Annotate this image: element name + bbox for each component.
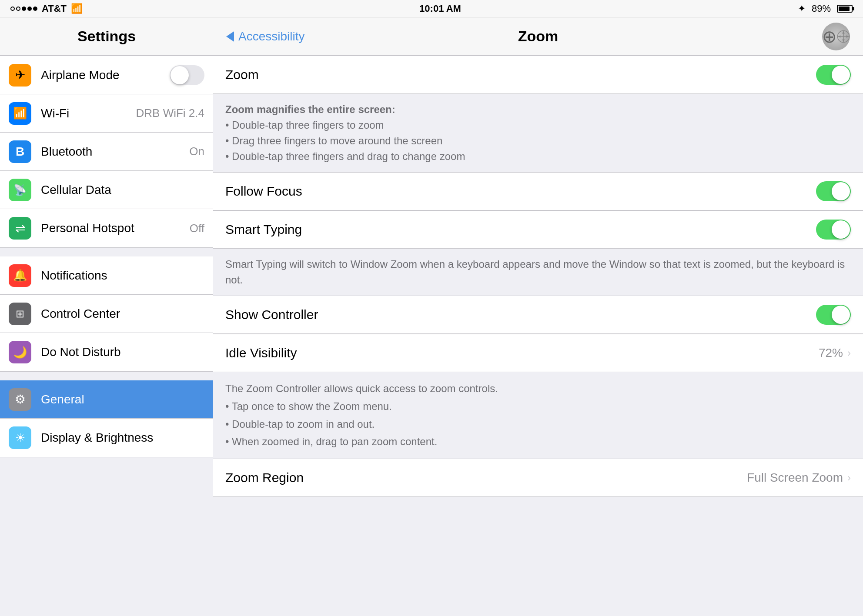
settings-item-donotdisturb[interactable]: 🌙 Do Not Disturb — [0, 333, 213, 371]
show-controller-toggle[interactable] — [816, 305, 851, 325]
settings-item-wifi[interactable]: 📶 Wi-Fi DRB WiFi 2.4 — [0, 94, 213, 133]
cellular-icon: 📡 — [9, 179, 31, 201]
smart-typing-label: Smart Typing — [225, 222, 816, 237]
status-time: 10:01 AM — [419, 3, 461, 14]
zoom-controller-icon — [822, 23, 850, 50]
smart-typing-row[interactable]: Smart Typing — [213, 210, 863, 249]
right-header: Accessibility Zoom — [213, 17, 863, 56]
zoom-region-chevron: › — [847, 472, 851, 484]
zoom-section: Zoom Zoom magnifies the entire screen: •… — [213, 56, 863, 172]
settings-group-device: ⚙ General ☀ Display & Brightness — [0, 380, 213, 457]
smart-typing-description: Smart Typing will switch to Window Zoom … — [213, 249, 863, 296]
cellular-label: Cellular Data — [41, 183, 204, 197]
notifications-label: Notifications — [41, 269, 204, 283]
zoom-page-title: Zoom — [518, 28, 559, 45]
show-controller-label: Show Controller — [225, 307, 816, 322]
follow-focus-row[interactable]: Follow Focus — [213, 172, 863, 210]
right-panel: Accessibility Zoom Zoom — [213, 17, 863, 616]
display-icon: ☀ — [9, 426, 31, 449]
left-header: Settings — [0, 17, 213, 56]
settings-item-notifications[interactable]: 🔔 Notifications — [0, 256, 213, 295]
svg-marker-3 — [842, 31, 845, 33]
settings-item-bluetooth[interactable]: B Bluetooth On — [0, 133, 213, 171]
settings-list: ✈ Airplane Mode 📶 Wi-Fi DRB WiFi 2.4 B B… — [0, 56, 213, 616]
follow-focus-toggle[interactable] — [816, 181, 851, 201]
zoom-region-value: Full Screen Zoom — [747, 471, 843, 485]
settings-item-general[interactable]: ⚙ General — [0, 380, 213, 419]
back-arrow-icon — [226, 31, 234, 42]
smart-typing-toggle[interactable] — [816, 220, 851, 240]
zoom-row-label: Zoom — [225, 67, 816, 82]
battery-icon — [837, 5, 853, 13]
general-icon: ⚙ — [9, 388, 31, 411]
bluetooth-label: Bluetooth — [41, 145, 189, 159]
airplane-label: Airplane Mode — [41, 68, 170, 82]
airplane-toggle[interactable] — [170, 65, 204, 85]
status-bar: AT&T 📶 10:01 AM ✦ 89% — [0, 0, 863, 17]
smart-typing-section: Smart Typing Smart Typing will switch to… — [213, 210, 863, 296]
svg-marker-5 — [838, 35, 840, 38]
settings-title: Settings — [77, 28, 136, 45]
settings-item-display[interactable]: ☀ Display & Brightness — [0, 419, 213, 457]
notifications-icon: 🔔 — [9, 264, 31, 287]
airplane-icon: ✈ — [9, 64, 31, 87]
hotspot-icon: ⇌ — [9, 217, 31, 240]
status-left: AT&T 📶 — [10, 3, 83, 14]
controller-description: The Zoom Controller allows quick access … — [213, 372, 863, 459]
wifi-signal-icon: 📶 — [71, 3, 83, 14]
show-controller-section: Show Controller Idle Visibility 72% › Th… — [213, 296, 863, 459]
idle-visibility-row[interactable]: Idle Visibility 72% › — [213, 334, 863, 372]
wifi-label: Wi-Fi — [41, 107, 136, 120]
battery-percent: 89% — [812, 3, 831, 14]
zoom-region-section: Zoom Region Full Screen Zoom › — [213, 459, 863, 497]
bluetooth-value: On — [189, 145, 204, 158]
bluetooth-icon: B — [9, 140, 31, 163]
settings-item-cellular[interactable]: 📡 Cellular Data — [0, 171, 213, 209]
donotdisturb-label: Do Not Disturb — [41, 345, 204, 359]
zoom-region-label: Zoom Region — [225, 470, 747, 485]
signal-icon — [10, 7, 37, 11]
show-controller-row[interactable]: Show Controller — [213, 296, 863, 334]
settings-group-network: ✈ Airplane Mode 📶 Wi-Fi DRB WiFi 2.4 B B… — [0, 56, 213, 248]
status-right: ✦ 89% — [798, 3, 853, 14]
wifi-value: DRB WiFi 2.4 — [136, 107, 204, 120]
hotspot-value: Off — [190, 222, 204, 235]
idle-visibility-value: 72% — [819, 346, 843, 360]
settings-item-controlcenter[interactable]: ⊞ Control Center — [0, 295, 213, 333]
idle-visibility-label: Idle Visibility — [225, 346, 819, 360]
zoom-toggle[interactable] — [816, 65, 851, 85]
settings-item-airplane[interactable]: ✈ Airplane Mode — [0, 56, 213, 94]
back-button[interactable]: Accessibility — [226, 30, 304, 43]
carrier-label: AT&T — [42, 3, 67, 14]
wifi-icon: 📶 — [9, 102, 31, 125]
svg-marker-6 — [846, 35, 849, 38]
back-label: Accessibility — [238, 30, 304, 43]
controlcenter-label: Control Center — [41, 307, 204, 321]
settings-group-system: 🔔 Notifications ⊞ Control Center 🌙 Do No… — [0, 256, 213, 372]
main-layout: Settings ✈ Airplane Mode 📶 Wi-Fi DRB WiF… — [0, 17, 863, 616]
donotdisturb-icon: 🌙 — [9, 341, 31, 363]
zoom-region-row[interactable]: Zoom Region Full Screen Zoom › — [213, 459, 863, 497]
left-panel: Settings ✈ Airplane Mode 📶 Wi-Fi DRB WiF… — [0, 17, 213, 616]
bluetooth-icon: ✦ — [798, 3, 806, 14]
follow-focus-label: Follow Focus — [225, 184, 816, 199]
follow-focus-section: Follow Focus — [213, 172, 863, 210]
hotspot-label: Personal Hotspot — [41, 221, 190, 235]
zoom-description: Zoom magnifies the entire screen: • Doub… — [213, 94, 863, 172]
zoom-row[interactable]: Zoom — [213, 56, 863, 94]
display-label: Display & Brightness — [41, 431, 204, 445]
zoom-description-bold: Zoom magnifies the entire screen: — [225, 103, 395, 115]
controlcenter-icon: ⊞ — [9, 303, 31, 325]
general-label: General — [41, 393, 204, 406]
settings-item-hotspot[interactable]: ⇌ Personal Hotspot Off — [0, 209, 213, 247]
svg-marker-4 — [842, 39, 845, 41]
zoom-content: Zoom Zoom magnifies the entire screen: •… — [213, 56, 863, 616]
idle-visibility-chevron: › — [847, 347, 851, 359]
